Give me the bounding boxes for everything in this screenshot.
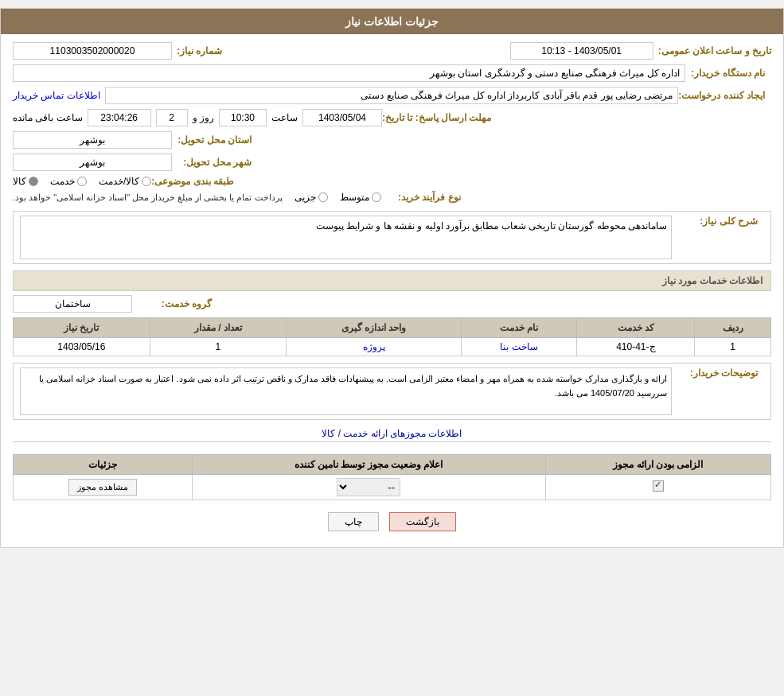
purchase-type-group: متوسط جزیی پرداخت تمام یا بخشی از مبلغ خ…: [13, 192, 381, 203]
announce-date-value: 1403/05/01 - 10:13: [510, 42, 653, 60]
deadline-time-value: 10:30: [219, 109, 267, 126]
category-kala-khadamat-label: کالا/خدمت: [99, 176, 139, 187]
buyer-org-label: نام دستگاه خریدار:: [685, 68, 765, 79]
purchase-note: پرداخت تمام یا بخشی از مبلغ خریداز محل "…: [13, 192, 283, 203]
purchase-medium[interactable]: متوسط: [340, 192, 381, 203]
category-radio-group: کالا/خدمت خدمت کالا: [13, 176, 151, 187]
need-description-label: شرح کلی نیاز:: [678, 216, 758, 227]
license-status-cell: --: [192, 475, 545, 500]
table-row: 1ج-41-410ساخت بناپروژه11403/05/16: [14, 338, 771, 356]
radio-kala-icon: [29, 177, 38, 186]
table-cell: 1: [695, 338, 771, 356]
service-header: ردیف: [695, 318, 771, 338]
service-group-label: گروه خدمت:: [132, 298, 212, 309]
button-area: بازگشت چاپ: [13, 512, 771, 531]
service-header: تاریخ نیاز: [14, 318, 150, 338]
services-section-title: اطلاعات خدمات مورد نیاز: [13, 270, 771, 291]
back-button[interactable]: بازگشت: [389, 512, 456, 531]
purchase-medium-label: متوسط: [340, 192, 369, 203]
deadline-label: مهلت ارسال پاسخ: تا تاریخ:: [382, 112, 491, 123]
requester-label: ایجاد کننده درخواست:: [678, 90, 765, 101]
category-kala-label: کالا: [13, 176, 26, 187]
delivery-province-value: بوشهر: [13, 131, 172, 149]
table-cell: ساخت بنا: [461, 338, 577, 356]
buyer-notes-value: ارائه و بارگذاری مدارک خواسته شده به همر…: [20, 367, 672, 415]
radio-khadamat-icon: [77, 177, 87, 186]
license-header: الزامی بودن ارائه مجوز: [545, 455, 770, 475]
table-cell: ج-41-410: [577, 338, 695, 356]
service-group-value: ساختمان: [13, 295, 132, 313]
category-kala-khadamat[interactable]: کالا/خدمت: [99, 176, 151, 187]
delivery-province-label: استان محل تحویل:: [172, 134, 252, 146]
requester-value: مرتضی رضایی پور قدم باقر آبادی کاربرداز …: [105, 87, 679, 104]
service-header: تعداد / مقدار: [150, 318, 287, 338]
license-status-select[interactable]: --: [337, 478, 400, 496]
category-khadamat[interactable]: خدمت: [50, 176, 87, 187]
print-button[interactable]: چاپ: [328, 512, 379, 531]
announce-date-label: تاریخ و ساعت اعلان عمومی:: [658, 45, 771, 56]
license-header: جزئیات: [14, 455, 193, 475]
table-cell: پروژه: [287, 338, 462, 356]
contact-link[interactable]: اطلاعات تماس خریدار: [13, 90, 100, 101]
purchase-partial[interactable]: جزیی: [294, 192, 328, 203]
radio-medium-icon: [372, 192, 381, 202]
need-description-value: ساماندهی محوطه گورستان تاریخی شعاب مطابق…: [20, 216, 672, 259]
license-header: اعلام وضعیت مجوز توسط نامین کننده: [192, 455, 545, 475]
category-khadamat-label: خدمت: [50, 176, 75, 187]
services-table: ردیفکد خدمتنام خدمتواحد اندازه گیریتعداد…: [13, 317, 771, 356]
service-header: نام خدمت: [461, 318, 577, 338]
deadline-days-value: 2: [156, 109, 188, 126]
license-table: الزامی بودن ارائه مجوزاعلام وضعیت مجوز ت…: [13, 454, 771, 500]
table-cell: 1403/05/16: [14, 338, 150, 356]
radio-kala-khadamat-icon: [142, 177, 151, 186]
buyer-org-value: اداره کل میراث فرهنگی صنایع دستی و گردشگ…: [13, 64, 685, 82]
day-label: روز و: [193, 112, 214, 123]
buyer-notes-label: توضیحات خریدار:: [678, 367, 758, 379]
license-required-checkbox[interactable]: [653, 480, 664, 492]
delivery-city-label: شهر محل تحویل:: [172, 157, 252, 168]
time-label: ساعت: [271, 112, 298, 123]
service-header: واحد اندازه گیری: [287, 318, 462, 338]
purchase-partial-label: جزیی: [294, 192, 316, 203]
deadline-remaining-value: 23:04:26: [88, 109, 151, 126]
category-label: طبقه بندی موضوعی:: [151, 176, 234, 187]
license-table-row: --مشاهده مجوز: [14, 475, 771, 500]
page-title: جزئیات اطلاعات نیاز: [1, 9, 783, 34]
radio-partial-icon: [318, 192, 328, 202]
table-cell: 1: [150, 338, 287, 356]
delivery-city-value: بوشهر: [13, 154, 172, 171]
need-number-label: شماره نیاز:: [177, 45, 222, 56]
need-number-value: 1103003502000020: [13, 42, 172, 60]
license-details-cell: مشاهده مجوز: [14, 475, 193, 500]
remaining-label: ساعت باقی مانده: [13, 112, 83, 123]
license-section-title: اطلاعات مجوزهای ارائه خدمت / کالا: [322, 428, 462, 439]
view-license-button[interactable]: مشاهده مجوز: [68, 479, 137, 496]
license-required-cell: [545, 475, 770, 500]
purchase-type-label: نوع فرآیند خرید:: [381, 192, 461, 203]
deadline-date-value: 1403/05/04: [302, 109, 382, 126]
service-header: کد خدمت: [577, 318, 695, 338]
category-kala[interactable]: کالا: [13, 176, 38, 187]
